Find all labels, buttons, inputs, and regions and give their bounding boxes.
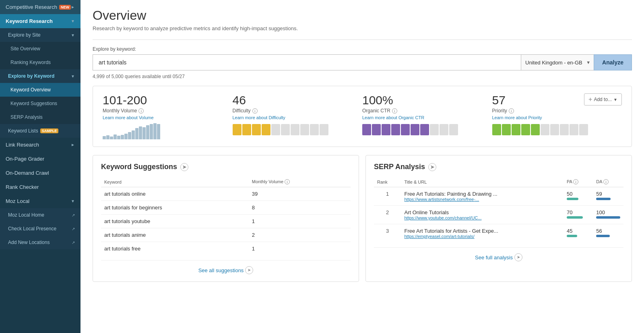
see-all-suggestions-link[interactable]: See all suggestions ➤ [198, 266, 254, 274]
monthly-volume-learn-more[interactable]: Learn more about Volume [103, 115, 233, 120]
diff-block-filled [242, 124, 251, 135]
sidebar-item-check-local-presence[interactable]: Check Local Presence ↗ [0, 222, 80, 236]
spark-bar [121, 135, 124, 139]
priority-learn-more[interactable]: Learn more about Priority [492, 115, 542, 120]
sidebar-item-keyword-overview[interactable]: Keyword Overview [0, 83, 80, 97]
add-to-button[interactable]: + Add to... ▼ [584, 93, 622, 105]
sidebar-item-ranking-keywords[interactable]: Ranking Keywords [0, 56, 80, 69]
serp-da: 100 [593, 206, 623, 224]
external-link-icon: ↗ [72, 240, 75, 245]
serp-da: 56 [593, 224, 623, 243]
plus-icon: + [588, 96, 592, 103]
sidebar-item-label: Moz Local Home [8, 212, 44, 218]
panels-row: Keyword Suggestions ➤ Keyword Monthly Vo… [93, 155, 632, 282]
external-link-icon: ↗ [72, 227, 75, 231]
serp-da: 59 [593, 187, 623, 206]
sidebar-item-on-page-grader[interactable]: On-Page Grader [0, 152, 80, 166]
spark-bar [135, 128, 138, 139]
new-badge: NEW [59, 5, 71, 10]
serp-rank: 1 [374, 187, 401, 206]
sidebar-item-moz-local[interactable]: Moz Local ▼ [0, 194, 80, 208]
ctr-block-filled [420, 124, 429, 135]
spark-bar [142, 127, 146, 139]
locale-wrapper: United Kingdom - en-GB United States - e… [521, 54, 594, 70]
serp-url-link[interactable]: https://www.artistsnetwork.com/free-... [404, 197, 501, 202]
kw-volume: 1 [249, 215, 351, 228]
monthly-volume-label: Monthly Volume i [103, 108, 233, 114]
sidebar-item-label: Competitive Research [6, 4, 57, 10]
ctr-block-filled [372, 124, 381, 135]
sidebar-item-moz-local-home[interactable]: Moz Local Home ↗ [0, 208, 80, 222]
sidebar-item-keyword-suggestions[interactable]: Keyword Suggestions [0, 97, 80, 110]
sidebar-item-explore-by-keyword[interactable]: Explore by Keyword ▼ [0, 69, 80, 83]
info-icon[interactable]: i [509, 108, 514, 114]
sidebar-item-label: Explore by Keyword [8, 73, 54, 79]
sidebar-item-label: Site Overview [10, 46, 40, 52]
spark-bar [128, 132, 131, 139]
sidebar-item-rank-checker[interactable]: Rank Checker [0, 180, 80, 194]
sidebar-item-add-new-locations[interactable]: Add New Locations ↗ [0, 236, 80, 249]
kw-col-keyword: Keyword [101, 177, 249, 187]
diff-block-empty [320, 124, 328, 135]
kw-keyword: art tutorials online [101, 187, 249, 201]
info-icon[interactable]: i [392, 108, 397, 114]
priority-block-filled [492, 124, 501, 135]
table-row: art tutorials for beginners 8 [101, 201, 351, 215]
locale-select[interactable]: United Kingdom - en-GB United States - e… [521, 54, 594, 70]
spark-bar [150, 124, 153, 139]
metric-monthly-volume: 101-200 Monthly Volume i Learn more abou… [103, 93, 233, 139]
spark-bar [106, 135, 109, 139]
kw-keyword: art tutorials free [101, 242, 249, 256]
info-icon[interactable]: i [138, 108, 144, 114]
difficulty-learn-more[interactable]: Learn more about Difficulty [233, 115, 363, 120]
serp-url-link[interactable]: https://emptyeasel.com/art-tutorials/ [404, 234, 501, 239]
keyword-suggestions-table: Keyword Monthly Volume i art tutorials o… [101, 177, 351, 255]
serp-rank: 2 [374, 206, 401, 224]
ctr-block-filled [411, 124, 419, 135]
metric-organic-ctr: 100% Organic CTR i Learn more about Orga… [362, 93, 492, 135]
ctr-block-empty [449, 124, 458, 135]
circle-arrow-icon[interactable]: ➤ [180, 163, 188, 171]
spark-bar [114, 134, 117, 139]
ctr-blocks [362, 124, 492, 135]
serp-title-url: Art Online Tutorials https://www.youtube… [401, 206, 564, 224]
metric-difficulty: 46 Difficulty i Learn more about Difficu… [233, 93, 363, 135]
sidebar-item-keyword-lists[interactable]: Keyword Lists SAMPLE [0, 124, 80, 138]
keyword-search-input[interactable] [93, 54, 521, 70]
sidebar-item-site-overview[interactable]: Site Overview [0, 42, 80, 56]
sidebar-item-link-research[interactable]: Link Research ► [0, 138, 80, 152]
sidebar-item-explore-by-site[interactable]: Explore by Site ▼ [0, 28, 80, 42]
diff-block-empty [281, 124, 290, 135]
serp-url-link[interactable]: https://www.youtube.com/channel/UC... [404, 215, 501, 220]
sidebar-item-competitive-research[interactable]: Competitive Research NEW ► [0, 0, 80, 14]
table-row: 3 Free Art Tutorials for Artists - Get E… [374, 224, 623, 243]
table-row: art tutorials online 39 [101, 187, 351, 201]
difficulty-value: 46 [233, 93, 363, 107]
kw-keyword: art tutorials for beginners [101, 201, 249, 215]
sidebar-item-label: Link Research [6, 142, 39, 148]
analyze-button[interactable]: Analyze [594, 54, 632, 70]
info-icon[interactable]: i [252, 108, 258, 114]
spark-bar [110, 137, 113, 139]
see-full-analysis-link[interactable]: See full analysis ➤ [475, 253, 522, 261]
sidebar-item-on-demand-crawl[interactable]: On-Demand Crawl [0, 166, 80, 180]
organic-ctr-learn-more[interactable]: Learn more about Organic CTR [362, 115, 492, 120]
circle-arrow-icon[interactable]: ➤ [428, 163, 436, 171]
info-icon[interactable]: i [285, 179, 290, 184]
monthly-volume-value: 101-200 [103, 93, 233, 107]
info-icon[interactable]: i [573, 179, 578, 184]
diff-block-empty [271, 124, 280, 135]
info-icon[interactable]: i [603, 179, 609, 184]
sidebar-item-serp-analysis[interactable]: SERP Analysis [0, 110, 80, 124]
metrics-container: 101-200 Monthly Volume i Learn more abou… [93, 86, 632, 147]
keyword-suggestions-panel: Keyword Suggestions ➤ Keyword Monthly Vo… [93, 155, 359, 282]
serp-analysis-title: SERP Analysis ➤ [374, 163, 623, 171]
chevron-down-icon: ▼ [613, 97, 617, 102]
serp-col-pa: PA i [564, 177, 593, 187]
serp-pa: 45 [564, 224, 593, 243]
priority-block-empty [560, 124, 569, 135]
sidebar-item-label: On-Page Grader [6, 156, 44, 162]
spark-bar [117, 136, 120, 139]
spark-bar [157, 124, 160, 139]
sidebar-item-keyword-research[interactable]: Keyword Research ▼ [0, 14, 80, 28]
